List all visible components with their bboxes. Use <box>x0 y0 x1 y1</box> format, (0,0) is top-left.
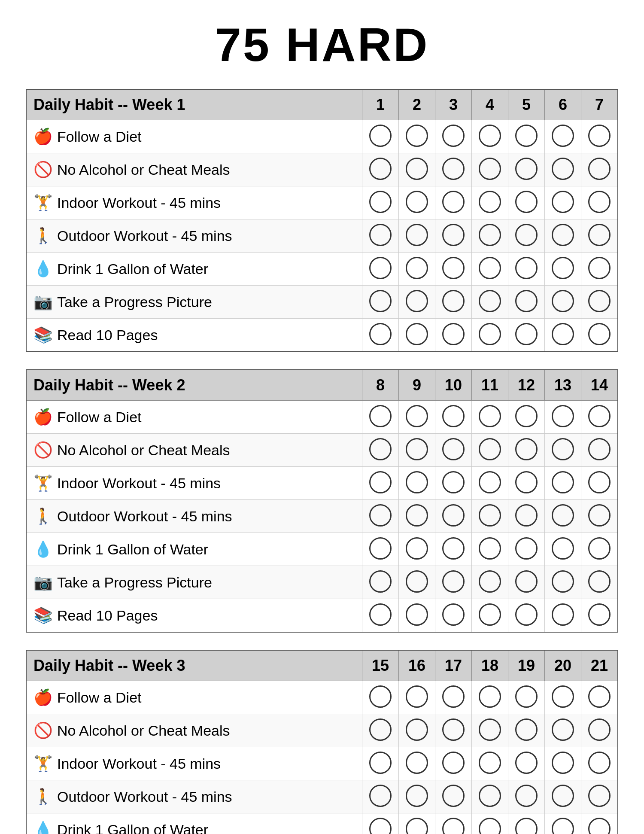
check-circle[interactable] <box>588 323 611 345</box>
check-circle[interactable] <box>588 570 611 593</box>
check-circle[interactable] <box>442 570 465 593</box>
checkbox-w2-h7-d9[interactable] <box>399 599 435 633</box>
check-circle[interactable] <box>406 323 428 345</box>
checkbox-w1-h4-d3[interactable] <box>435 219 472 253</box>
check-circle[interactable] <box>479 570 501 593</box>
checkbox-w1-h6-d3[interactable] <box>435 286 472 319</box>
checkbox-w3-h2-d17[interactable] <box>435 714 472 747</box>
check-circle[interactable] <box>369 818 392 834</box>
checkbox-w3-h3-d18[interactable] <box>472 747 508 780</box>
checkbox-w2-h2-d13[interactable] <box>545 434 581 467</box>
checkbox-w1-h2-d6[interactable] <box>545 153 581 186</box>
check-circle[interactable] <box>442 603 465 626</box>
check-circle[interactable] <box>552 471 574 493</box>
check-circle[interactable] <box>406 125 428 147</box>
check-circle[interactable] <box>369 471 392 493</box>
check-circle[interactable] <box>369 603 392 626</box>
check-circle[interactable] <box>588 224 611 246</box>
check-circle[interactable] <box>442 224 465 246</box>
checkbox-w3-h5-d15[interactable] <box>362 813 399 834</box>
checkbox-w1-h4-d4[interactable] <box>472 219 508 253</box>
check-circle[interactable] <box>479 718 501 741</box>
check-circle[interactable] <box>406 257 428 279</box>
check-circle[interactable] <box>369 752 392 774</box>
check-circle[interactable] <box>552 290 574 312</box>
check-circle[interactable] <box>369 718 392 741</box>
check-circle[interactable] <box>369 570 392 593</box>
check-circle[interactable] <box>406 718 428 741</box>
check-circle[interactable] <box>552 125 574 147</box>
checkbox-w2-h7-d14[interactable] <box>581 599 618 633</box>
check-circle[interactable] <box>552 603 574 626</box>
checkbox-w3-h5-d16[interactable] <box>399 813 435 834</box>
check-circle[interactable] <box>369 785 392 807</box>
check-circle[interactable] <box>406 224 428 246</box>
checkbox-w1-h3-d4[interactable] <box>472 186 508 219</box>
check-circle[interactable] <box>369 323 392 345</box>
check-circle[interactable] <box>588 438 611 460</box>
checkbox-w2-h1-d10[interactable] <box>435 401 472 434</box>
check-circle[interactable] <box>406 438 428 460</box>
checkbox-w3-h2-d20[interactable] <box>545 714 581 747</box>
checkbox-w2-h1-d9[interactable] <box>399 401 435 434</box>
check-circle[interactable] <box>515 752 538 774</box>
check-circle[interactable] <box>588 785 611 807</box>
check-circle[interactable] <box>406 191 428 213</box>
check-circle[interactable] <box>369 125 392 147</box>
checkbox-w3-h2-d15[interactable] <box>362 714 399 747</box>
check-circle[interactable] <box>552 718 574 741</box>
check-circle[interactable] <box>552 570 574 593</box>
check-circle[interactable] <box>369 257 392 279</box>
check-circle[interactable] <box>479 752 501 774</box>
check-circle[interactable] <box>515 818 538 834</box>
check-circle[interactable] <box>442 785 465 807</box>
check-circle[interactable] <box>442 405 465 427</box>
checkbox-w3-h1-d18[interactable] <box>472 681 508 714</box>
check-circle[interactable] <box>479 257 501 279</box>
check-circle[interactable] <box>369 504 392 527</box>
checkbox-w1-h5-d4[interactable] <box>472 253 508 286</box>
check-circle[interactable] <box>515 257 538 279</box>
checkbox-w1-h5-d3[interactable] <box>435 253 472 286</box>
checkbox-w1-h7-d4[interactable] <box>472 319 508 352</box>
check-circle[interactable] <box>442 438 465 460</box>
checkbox-w1-h1-d2[interactable] <box>399 120 435 153</box>
check-circle[interactable] <box>552 224 574 246</box>
checkbox-w1-h5-d1[interactable] <box>362 253 399 286</box>
checkbox-w1-h6-d6[interactable] <box>545 286 581 319</box>
checkbox-w2-h3-d13[interactable] <box>545 467 581 500</box>
checkbox-w2-h2-d9[interactable] <box>399 434 435 467</box>
check-circle[interactable] <box>442 191 465 213</box>
check-circle[interactable] <box>479 537 501 560</box>
checkbox-w2-h6-d14[interactable] <box>581 566 618 599</box>
check-circle[interactable] <box>406 818 428 834</box>
checkbox-w1-h3-d2[interactable] <box>399 186 435 219</box>
check-circle[interactable] <box>406 685 428 708</box>
check-circle[interactable] <box>442 158 465 180</box>
checkbox-w3-h3-d17[interactable] <box>435 747 472 780</box>
checkbox-w1-h1-d6[interactable] <box>545 120 581 153</box>
check-circle[interactable] <box>588 504 611 527</box>
checkbox-w2-h7-d13[interactable] <box>545 599 581 633</box>
check-circle[interactable] <box>552 537 574 560</box>
checkbox-w2-h4-d13[interactable] <box>545 500 581 533</box>
checkbox-w3-h5-d17[interactable] <box>435 813 472 834</box>
checkbox-w2-h1-d13[interactable] <box>545 401 581 434</box>
checkbox-w1-h3-d7[interactable] <box>581 186 618 219</box>
checkbox-w2-h6-d13[interactable] <box>545 566 581 599</box>
check-circle[interactable] <box>588 718 611 741</box>
checkbox-w3-h3-d21[interactable] <box>581 747 618 780</box>
check-circle[interactable] <box>552 438 574 460</box>
check-circle[interactable] <box>552 685 574 708</box>
checkbox-w2-h2-d11[interactable] <box>472 434 508 467</box>
check-circle[interactable] <box>442 818 465 834</box>
check-circle[interactable] <box>515 290 538 312</box>
checkbox-w3-h1-d15[interactable] <box>362 681 399 714</box>
checkbox-w2-h3-d14[interactable] <box>581 467 618 500</box>
check-circle[interactable] <box>515 438 538 460</box>
check-circle[interactable] <box>588 158 611 180</box>
check-circle[interactable] <box>442 471 465 493</box>
check-circle[interactable] <box>479 323 501 345</box>
checkbox-w1-h2-d7[interactable] <box>581 153 618 186</box>
check-circle[interactable] <box>552 257 574 279</box>
